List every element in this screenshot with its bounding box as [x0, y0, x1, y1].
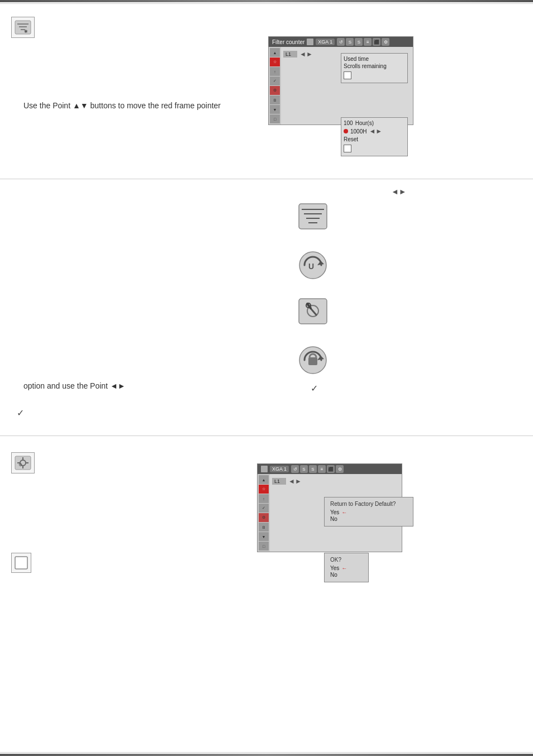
tool-icon-svg — [296, 201, 330, 232]
checkmark-right-text: ✓ — [311, 384, 318, 393]
svg-rect-0 — [15, 21, 31, 34]
b-sidebar-item-4: ⚙ — [259, 513, 269, 522]
sub-panel-row-100: 100 Hour(s) — [344, 120, 405, 126]
b-sidebar-item-0: ▲ — [259, 475, 269, 484]
factory-yes-arrow: ← — [341, 509, 347, 515]
section-divider-2 — [0, 436, 533, 436]
instruction-text: Use the Point ▲▼ buttons to move the red… — [23, 99, 221, 112]
filter-counter-label: Filter counter — [272, 39, 304, 45]
sidebar-item-1: ☆ — [270, 58, 280, 66]
sub-panel-row-reset: Reset — [344, 136, 405, 142]
bottom-menu-header: XGA 1 ↺ S S ≡ ⬛ ⚙ — [258, 464, 402, 474]
factory-yes-label: Yes — [330, 509, 339, 515]
nav-arrows: ◄► — [391, 187, 407, 196]
b-status-icon-5: ⬛ — [327, 465, 335, 473]
b-status-icon-6: ⚙ — [336, 465, 344, 473]
sidebar-item-3: ✓ — [270, 76, 280, 85]
used-time-label: Used time — [344, 56, 369, 62]
lock-cycle-icon-svg — [296, 343, 330, 377]
lr-arrow: ◄► — [369, 127, 382, 135]
checkbox-2 — [344, 145, 351, 152]
b-status-icon-3: S — [309, 465, 317, 473]
factory-default-title: Return to Factory Default? — [330, 501, 407, 507]
sub-panel-row-scrolls: Scrolls remaining — [344, 63, 405, 69]
nav-arrows-text: ◄► — [391, 187, 407, 196]
hours-1000h: 1000H — [350, 128, 367, 135]
bottom-menu-row-l1: L1 ◄► — [272, 477, 399, 485]
radio-indicator — [344, 129, 348, 133]
b-status-icon-4: ≡ — [318, 465, 326, 473]
xga-badge: XGA 1 — [316, 39, 335, 45]
option-text: option and use the Point ◄► — [23, 380, 126, 392]
reset-label: Reset — [344, 136, 358, 142]
settings-icon-svg: ⚙ — [14, 455, 32, 471]
b-sidebar-item-3: ✓ — [259, 504, 269, 513]
b-sidebar-item-2: ↑ — [259, 494, 269, 503]
menu-header-icon — [307, 39, 313, 45]
bottom-menu-lr-arrow: ◄► — [288, 477, 302, 485]
b-sidebar-item-1: ☆ — [259, 485, 269, 494]
status-icon-2: S — [346, 38, 354, 46]
b-sidebar-item-7: □ — [259, 542, 269, 551]
sub-panel-used-time: Used time Scrolls remaining — [341, 53, 408, 83]
cycle-icon-svg: U — [296, 248, 330, 282]
sidebar-item-6: ▼ — [270, 105, 280, 114]
instruction-content: Use the Point ▲▼ buttons to move the red… — [23, 101, 221, 110]
option-text-content: option and use the Point ◄► — [23, 381, 126, 390]
settings-icon-box: ⚙ — [11, 452, 35, 473]
ok-yes-option: Yes ← — [330, 565, 363, 571]
middle-icon-1 — [296, 201, 330, 233]
status-icons: ↺ S S ≡ ⬛ ⚙ — [337, 38, 389, 46]
factory-yes-option: Yes ← — [330, 509, 407, 515]
ok-title: OK? — [330, 557, 363, 563]
filter-icon-svg: ✱ — [14, 20, 32, 35]
ok-no-option: No — [330, 572, 363, 578]
bottom-line — [0, 752, 533, 753]
factory-no-label: No — [330, 516, 337, 522]
sidebar-item-0: ▲ — [270, 48, 280, 57]
factory-no-option: No — [330, 516, 407, 522]
svg-text:✱: ✱ — [24, 29, 28, 34]
top-border — [0, 0, 533, 2]
top-line — [0, 3, 533, 4]
ok-yes-arrow: ← — [341, 565, 347, 571]
sub-panel-hours: 100 Hour(s) 1000H ◄► Reset — [341, 117, 408, 156]
svg-rect-5 — [299, 204, 327, 229]
sidebar-item-7: □ — [270, 114, 280, 123]
svg-text:⚙: ⚙ — [18, 462, 22, 467]
status-icon-4: ≡ — [364, 38, 372, 46]
scrolls-remaining-label: Scrolls remaining — [344, 63, 387, 69]
sidebar-item-4: ⚙ — [270, 86, 280, 95]
status-icon-5: ⬛ — [373, 38, 380, 46]
bottom-menu-header-icon — [261, 466, 268, 472]
checkmark-right: ✓ — [311, 383, 318, 394]
section-divider-1 — [0, 179, 533, 179]
factory-default-dialog: Return to Factory Default? Yes ← No — [324, 497, 413, 527]
sidebar-item-2: ↑ — [270, 67, 280, 76]
bottom-menu-sidebar: ▲ ☆ ↑ ✓ ⚙ B ▼ □ — [258, 474, 270, 552]
sub-panel-row-used-time: Used time — [344, 56, 405, 62]
sub-panel-row-1000h: 1000H ◄► — [344, 127, 405, 135]
checkbox-icon-box — [11, 553, 31, 573]
filter-icon-box: ✱ — [11, 17, 35, 38]
b-sidebar-item-6: ▼ — [259, 532, 269, 541]
middle-icon-3 — [296, 296, 330, 328]
menu-header: Filter counter XGA 1 ↺ S S ≡ ⬛ ⚙ — [269, 37, 413, 47]
bottom-xga-badge: XGA 1 — [270, 466, 289, 472]
status-icon-1: ↺ — [337, 38, 345, 46]
bottom-border — [0, 754, 533, 756]
checkmark-left: ✓ — [17, 408, 24, 418]
checkmark-left-text: ✓ — [17, 408, 24, 418]
wrench-icon-svg — [296, 296, 330, 327]
status-icon-3: S — [355, 38, 363, 46]
sidebar-item-5: B — [270, 95, 280, 104]
b-sidebar-item-5: B — [259, 523, 269, 532]
svg-rect-28 — [15, 557, 27, 569]
sub-panel-checkbox-2 — [344, 145, 405, 154]
ok-yes-label: Yes — [330, 565, 339, 571]
menu-sidebar: ▲ ☆ ↑ ✓ ⚙ B ▼ □ — [269, 47, 281, 125]
menu-lr-arrow: ◄► — [299, 50, 313, 58]
menu-l1-label: L1 — [283, 51, 297, 58]
b-status-icon-2: S — [300, 465, 308, 473]
hours-unit: Hour(s) — [355, 120, 374, 126]
